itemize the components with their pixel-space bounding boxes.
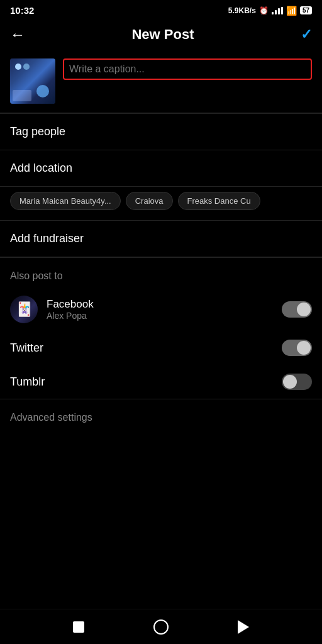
alarm-icon: ⏰ [259, 6, 269, 15]
add-fundraiser-item[interactable]: Add fundraiser [0, 221, 322, 257]
tags-row: Maria Maican Beauty4y... Craiova Freaks … [0, 187, 322, 221]
time: 10:32 [10, 5, 34, 16]
back-button[interactable]: ← [10, 26, 25, 43]
tag-people-label: Tag people [10, 125, 65, 138]
add-location-item[interactable]: Add location [0, 150, 322, 187]
facebook-toggle[interactable] [282, 301, 312, 318]
wifi-icon: 📶 [286, 6, 297, 16]
twitter-toggle[interactable] [282, 340, 312, 356]
post-thumbnail [10, 58, 55, 104]
add-location-label: Add location [10, 162, 72, 175]
tag-chip-1[interactable]: Craiova [126, 192, 173, 210]
facebook-info: Facebook Alex Popa [47, 298, 273, 321]
square-icon [73, 621, 84, 633]
nav-square-button[interactable] [69, 617, 89, 637]
twitter-item[interactable]: Twitter [0, 331, 322, 365]
facebook-subname: Alex Popa [47, 311, 273, 321]
facebook-item[interactable]: 🃏 Facebook Alex Popa [0, 288, 322, 331]
caption-area[interactable] [63, 58, 312, 80]
advanced-settings-label: Advanced settings [10, 412, 92, 423]
battery-icon: 57 [300, 6, 312, 14]
triangle-icon [238, 620, 249, 634]
nav-back-button[interactable] [233, 617, 253, 637]
caption-input[interactable] [69, 64, 306, 75]
also-post-to-label: Also post to [0, 258, 322, 288]
page-title: New Post [131, 26, 194, 43]
advanced-settings-item[interactable]: Advanced settings [0, 399, 322, 436]
facebook-avatar: 🃏 [10, 296, 38, 323]
status-bar: 10:32 5.9KB/s ⏰ 📶 57 [0, 0, 322, 19]
nav-home-button[interactable] [151, 617, 171, 637]
tag-chip-2[interactable]: Freaks Dance Cu [178, 192, 260, 210]
tumblr-item[interactable]: Tumblr [0, 365, 322, 399]
tumblr-name: Tumblr [10, 375, 45, 389]
bottom-nav [0, 609, 322, 644]
post-header [0, 52, 322, 113]
status-bar-right: 5.9KB/s ⏰ 📶 57 [228, 6, 312, 16]
network-speed: 5.9KB/s [228, 6, 256, 15]
caption-box[interactable] [63, 58, 312, 80]
confirm-button[interactable]: ✓ [301, 26, 312, 43]
tag-people-item[interactable]: Tag people [0, 114, 322, 150]
tumblr-toggle[interactable] [282, 374, 312, 390]
facebook-name: Facebook [47, 298, 273, 311]
signal-icon [272, 7, 283, 14]
add-fundraiser-label: Add fundraiser [10, 232, 84, 245]
twitter-name: Twitter [10, 341, 43, 355]
top-nav: ← New Post ✓ [0, 19, 322, 52]
tag-chip-0[interactable]: Maria Maican Beauty4y... [10, 192, 121, 210]
circle-icon [153, 619, 169, 635]
